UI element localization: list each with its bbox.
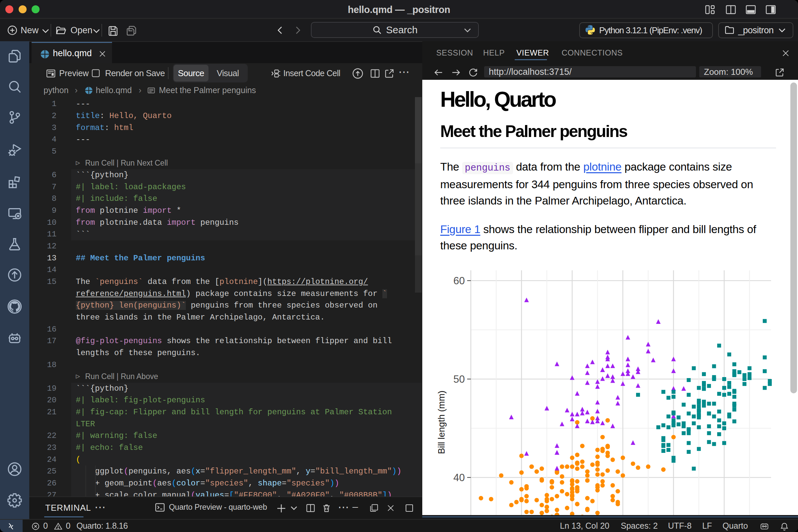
svg-text:50: 50 bbox=[454, 374, 465, 385]
svg-text:40: 40 bbox=[454, 472, 465, 483]
svg-text:60: 60 bbox=[454, 275, 465, 287]
svg-text:Bill length (mm): Bill length (mm) bbox=[436, 391, 446, 454]
